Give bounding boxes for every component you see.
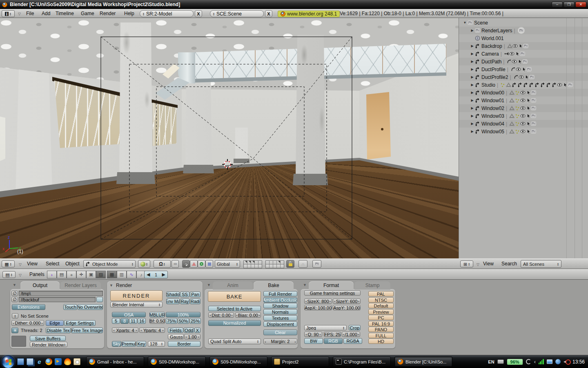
- num-left-icon[interactable]: ◂: [342, 333, 345, 336]
- selectable-toggle[interactable]: [562, 82, 568, 88]
- size-75-button[interactable]: 75%: [166, 318, 177, 324]
- alpha-sky-toggle[interactable]: Sky: [112, 341, 121, 347]
- outliner-row-window02[interactable]: ▶Window02|: [459, 104, 588, 112]
- context-object-button[interactable]: ✛: [76, 271, 86, 278]
- output-tab-output[interactable]: Output: [20, 281, 60, 289]
- dither-field[interactable]: ◂Dither: 0.000▸: [11, 320, 44, 326]
- num-right-icon[interactable]: ▸: [357, 333, 360, 336]
- viewport-3d[interactable]: z y x (1): [0, 18, 459, 258]
- outliner-row-studio[interactable]: ▶Studio|: [459, 81, 588, 89]
- menu-render[interactable]: Render: [100, 9, 116, 18]
- placement-cell[interactable]: [21, 343, 26, 346]
- start-button[interactable]: [2, 355, 15, 368]
- bake-tab-anim[interactable]: Anim: [213, 281, 253, 289]
- editor-type-button[interactable]: i▲▼: [2, 10, 15, 17]
- num-left-icon[interactable]: ◂: [12, 322, 15, 325]
- render-preview-button[interactable]: [312, 260, 321, 268]
- buttons-editor-type-button[interactable]: ▤▲▼: [2, 271, 16, 278]
- set-scene-dropdown[interactable]: ▲▼: [12, 313, 18, 319]
- network-monitor-icon[interactable]: [547, 359, 552, 364]
- preset-pal-16-9-button[interactable]: PAL 16:9: [368, 321, 394, 326]
- dist-field[interactable]: ◂Dist: 0.00▸: [208, 312, 234, 318]
- firefox-icon[interactable]: [45, 358, 52, 365]
- sizey-field[interactable]: ◂SizeY: 600▸: [333, 298, 361, 304]
- render-window-placement-grid[interactable]: [11, 336, 26, 347]
- mesh-icon[interactable]: [509, 113, 514, 119]
- curve-icon[interactable]: [513, 74, 519, 80]
- expander-icon[interactable]: ▼: [462, 21, 468, 25]
- mesh-icon[interactable]: [509, 121, 514, 126]
- obj-icon[interactable]: [512, 82, 517, 88]
- selectable-toggle[interactable]: [518, 43, 523, 49]
- osa-16-button[interactable]: 16: [138, 318, 146, 324]
- titlebar[interactable]: Blender [C:\Uni\SoSe2009\Digital Media W…: [0, 0, 588, 9]
- mesh-icon[interactable]: [509, 129, 514, 134]
- render-engine-dropdown[interactable]: Blender Internal▲▼: [110, 302, 163, 307]
- scene-close-button[interactable]: X: [265, 10, 272, 17]
- outliner-editor-type-button[interactable]: ⊞▲▼: [460, 260, 473, 267]
- placement-cell[interactable]: [17, 340, 21, 343]
- odd-toggle[interactable]: Odd: [184, 328, 194, 333]
- visibility-toggle[interactable]: [520, 105, 526, 111]
- obj-icon[interactable]: [546, 82, 551, 88]
- viewport-menu-object[interactable]: Object: [65, 259, 80, 269]
- file-select-button[interactable]: ∅: [11, 297, 18, 302]
- blur-factor-field[interactable]: ◂Bf: 0.50▸: [149, 318, 165, 324]
- placement-cell[interactable]: [12, 340, 16, 343]
- layer-cell-8[interactable]: [273, 265, 276, 268]
- screen-selector[interactable]: ▲▼SR:2-Model: [140, 10, 194, 17]
- visibility-toggle[interactable]: [520, 129, 526, 134]
- osa-8-button[interactable]: 8: [120, 318, 129, 324]
- tray-expand-icon[interactable]: ‹: [534, 359, 536, 365]
- layer-cell-4[interactable]: [277, 261, 280, 264]
- visibility-toggle[interactable]: [520, 90, 526, 95]
- part-icon[interactable]: [515, 105, 520, 111]
- language-indicator[interactable]: EN: [488, 359, 494, 364]
- num-right-icon[interactable]: ▸: [258, 314, 261, 316]
- visibility-toggle[interactable]: [516, 67, 521, 72]
- num-right-icon[interactable]: ▸: [294, 340, 297, 343]
- manipulator-rotate-button[interactable]: [198, 260, 205, 268]
- renderable-toggle[interactable]: [531, 90, 536, 95]
- threads-icon-button[interactable]: ✳: [11, 328, 18, 333]
- preset-default-button[interactable]: Default: [368, 303, 394, 308]
- osa-11-button[interactable]: 11: [129, 318, 137, 324]
- filetype-dropdown[interactable]: Jpeg▲▼: [304, 325, 347, 330]
- frame-number-field[interactable]: ◀1▶: [144, 271, 168, 278]
- aspx-field[interactable]: ◂AspX: 100.00▸: [304, 305, 332, 310]
- bake-mode-full-render[interactable]: Full Render: [263, 291, 297, 296]
- renderable-toggle[interactable]: [523, 43, 528, 49]
- expander-icon[interactable]: ▶: [470, 114, 475, 118]
- num-right-icon[interactable]: ▸: [332, 306, 332, 309]
- context-logic-button[interactable]: ◗: [47, 271, 57, 278]
- expander-icon[interactable]: ▶: [470, 99, 475, 102]
- part-icon[interactable]: [500, 82, 506, 88]
- outliner-row-window01[interactable]: ▶Window01|: [459, 96, 588, 104]
- num-right-icon[interactable]: ▸: [135, 329, 138, 332]
- outliner-row-camera[interactable]: ▶Camera|: [459, 50, 588, 58]
- collapse-menu-icon[interactable]: ▽: [477, 263, 479, 267]
- normalized-toggle[interactable]: Normalized: [208, 320, 261, 326]
- num-right-icon[interactable]: ▸: [360, 306, 361, 309]
- collapse-menu-icon[interactable]: ▽: [19, 273, 22, 277]
- renderable-toggle[interactable]: [531, 113, 536, 119]
- quad-split-dropdown[interactable]: Quad Split Auto▲▼: [208, 339, 261, 344]
- flame-app-icon[interactable]: [64, 358, 71, 365]
- backbuf-blank-button[interactable]: [96, 297, 103, 302]
- outliner-row-window03[interactable]: ▶Window03|: [459, 112, 588, 120]
- selectable-toggle[interactable]: [521, 67, 526, 72]
- taskbar-task[interactable]: Blender [C:\Uni\So...: [394, 357, 452, 367]
- quality-field[interactable]: ◂Q: 90▸: [304, 332, 322, 337]
- obj-icon[interactable]: [523, 82, 528, 88]
- viewport-menu-select[interactable]: Select: [46, 259, 59, 269]
- curve-icon[interactable]: [506, 59, 512, 64]
- outliner-row-window00[interactable]: ▶Window00|: [459, 89, 588, 96]
- obj-icon[interactable]: [540, 82, 546, 88]
- preset-ntsc-button[interactable]: NTSC: [368, 297, 394, 303]
- output-path-field[interactable]: /tmp\: [19, 291, 103, 296]
- filter-size-field[interactable]: ◂1.00▸: [184, 334, 200, 339]
- num-left-icon[interactable]: ◂: [264, 340, 267, 343]
- render-ray-toggle[interactable]: Ray: [180, 298, 189, 304]
- frame-next-icon[interactable]: ▶: [162, 272, 165, 277]
- render-radi-toggle[interactable]: Radi: [190, 298, 200, 304]
